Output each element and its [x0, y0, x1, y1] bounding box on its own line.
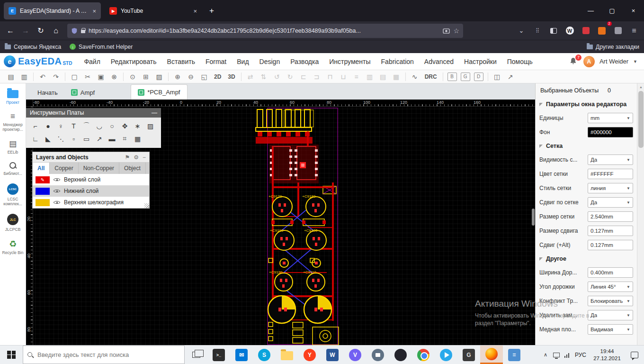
open-folder-icon[interactable]: ▥ [18, 71, 30, 82]
view-2d-button[interactable]: 2D [211, 73, 224, 80]
tray-network-icon[interactable] [562, 352, 572, 358]
layer-color-swatch[interactable] [36, 188, 50, 195]
reload-button[interactable]: ↻ [33, 24, 48, 38]
solid-circle-tool-icon[interactable]: ● [42, 119, 54, 132]
pick-place-icon[interactable]: D [474, 73, 483, 81]
sidebar-item-eelib[interactable]: ▤ EELib [0, 140, 26, 155]
forward-button[interactable]: → [18, 24, 33, 38]
fit-view-icon[interactable]: ◱ [198, 71, 210, 82]
copy-icon[interactable]: ▢ [68, 71, 80, 82]
panel-scrollbar[interactable]: ▲ [637, 83, 644, 345]
menu-advanced[interactable]: Advanced [419, 53, 459, 70]
menu-tools[interactable]: Инструменты [324, 53, 376, 70]
taskbar-search[interactable] [23, 346, 185, 364]
sidebar-item-project[interactable]: Проект [0, 90, 26, 105]
eye-icon[interactable] [54, 176, 60, 183]
menu-format[interactable]: Format [200, 53, 232, 70]
copper-zone-select[interactable]: Видимая▼ [588, 324, 633, 335]
drc-button[interactable]: DRC [422, 73, 440, 80]
action-center-button[interactable] [625, 352, 644, 358]
eye-icon[interactable] [54, 199, 60, 206]
chevron-down-icon[interactable]: ▼ [633, 59, 637, 64]
alt-snap-input[interactable]: 0.127mm [588, 240, 633, 250]
new-tab-button[interactable]: + [205, 4, 219, 18]
bookmark-savefrom[interactable]: ↓ SaveFrom.net Helper [70, 44, 133, 50]
url-bar[interactable]: https://easyeda.com/editor#id=1ba3fbe9a2… [67, 24, 463, 38]
snap-select[interactable]: Да▼ [588, 197, 633, 208]
dashed-rect-tool-icon[interactable]: ▫ [67, 132, 80, 145]
taskbar-app-chrome[interactable] [412, 346, 435, 364]
snap-size-input[interactable]: 0.127mm [588, 226, 633, 236]
grid-array-icon[interactable]: ▦ [390, 71, 402, 82]
pcb-editor-canvas[interactable]: -80 -60 -40 -20 0 20 40 60 80 100 120 14… [26, 100, 535, 345]
taskbar-clock[interactable]: 19:44 27.12.2021 [589, 348, 625, 362]
taskbar-app-firefox[interactable] [480, 346, 503, 364]
notifications-bell-icon[interactable]: 7 [568, 56, 579, 67]
corner-tool-icon[interactable]: ∟ [29, 132, 42, 145]
lock-icon[interactable] [81, 30, 85, 33]
taskbar-app-terminal[interactable]: >_ [207, 346, 230, 364]
background-color-swatch[interactable]: #000000 [588, 127, 633, 137]
grid-style-select[interactable]: линия▼ [588, 183, 633, 193]
arc2-tool-icon[interactable]: ◡ [93, 119, 106, 132]
menu-file[interactable]: Файл [79, 53, 105, 70]
menu-view[interactable]: Вид [232, 53, 254, 70]
dimension-tool-icon[interactable]: ↗ [93, 132, 106, 145]
taskbar-app-yandex-browser[interactable]: Y [298, 346, 321, 364]
eye-icon[interactable] [54, 188, 60, 194]
bookmark-star-icon[interactable]: ☆ [453, 27, 459, 35]
taskbar-app-telegram[interactable] [435, 346, 457, 364]
sidebar-toggle-icon[interactable] [546, 24, 561, 38]
search-input[interactable] [37, 351, 180, 358]
triangle-tool-icon[interactable]: ◣ [42, 132, 54, 145]
zoom-out-icon[interactable]: ⊖ [185, 71, 197, 82]
flip-vertical-icon[interactable]: ⇅ [258, 71, 270, 82]
gerber-icon[interactable]: G [461, 73, 470, 81]
section-grid[interactable]: Сетка [536, 139, 637, 153]
align-center-icon[interactable]: ≡ [350, 71, 363, 82]
canvas-scrollbar-thumb[interactable] [532, 209, 535, 226]
sidebar-item-lcsc[interactable]: LCSC LCSC комплек... [0, 183, 26, 206]
drag-tool-icon[interactable]: ✥ [118, 119, 131, 132]
panel-resize-handle[interactable] [144, 203, 149, 208]
menu-settings[interactable]: Настройки [459, 53, 502, 70]
tracking-shield-icon[interactable] [71, 27, 78, 34]
image-tool-icon[interactable]: ▨ [144, 119, 157, 132]
tray-display-icon[interactable] [551, 353, 562, 357]
taskbar-app-dark[interactable] [389, 346, 412, 364]
browser-tab-easyeda[interactable]: E EasyEDA(Standard) - A Simple … × [4, 2, 101, 19]
taskbar-app-calculator[interactable]: = [503, 346, 526, 364]
back-button[interactable]: ← [3, 24, 18, 38]
layers-tab-noncopper[interactable]: Non-Copper [79, 163, 119, 174]
other-bookmarks[interactable]: Другие закладки [587, 44, 639, 50]
connect-pad-tool-icon[interactable]: ⌗ [118, 132, 131, 145]
zoom-window-icon[interactable]: ⊞ [140, 71, 152, 82]
window-maximize-button[interactable]: ▢ [601, 0, 623, 21]
browser-tab-youtube[interactable]: ▶ YouTube × [105, 2, 202, 19]
scrollbar-thumb[interactable] [638, 91, 644, 148]
pin-icon[interactable]: ⚑ [125, 154, 130, 161]
screenshot-icon[interactable] [443, 28, 450, 34]
flip-horizontal-icon[interactable]: ⇄ [244, 71, 257, 82]
remove-loop-select[interactable]: Да▼ [588, 310, 633, 320]
sidebar-item-design-manager[interactable]: ≡ Менеджер проектир... [0, 112, 26, 132]
doc-tab-pcb[interactable]: *PCB_Ampf [131, 84, 187, 100]
bookmark-yandex-services[interactable]: Сервисы Яндекса [5, 44, 61, 50]
menu-fabrication[interactable]: Fabrication [376, 53, 419, 70]
layers-tab-copper[interactable]: Copper [50, 163, 78, 174]
panel-minimize-icon[interactable]: − [143, 154, 146, 161]
redo-icon[interactable]: ↷ [50, 71, 62, 82]
menu-route[interactable]: Разводка [285, 53, 324, 70]
panel-minimize-icon[interactable]: — [152, 109, 157, 116]
adblock-extension-icon[interactable]: 2 [595, 24, 609, 38]
route-icon[interactable]: ∿ [409, 71, 421, 82]
track-conflict-select[interactable]: Блокировать▼ [588, 296, 633, 306]
sidebar-item-library[interactable]: Библиот... [0, 162, 26, 176]
rect-tool-icon[interactable]: ▭ [80, 132, 93, 145]
layers-icon[interactable]: ◫ [491, 71, 503, 82]
menu-edit[interactable]: Редактировать [106, 53, 162, 70]
layer-color-swatch[interactable]: ✎ [36, 176, 50, 183]
view-3d-button[interactable]: 3D [225, 73, 238, 80]
start-button[interactable] [0, 346, 23, 364]
text-tool-icon[interactable]: T [67, 119, 80, 132]
